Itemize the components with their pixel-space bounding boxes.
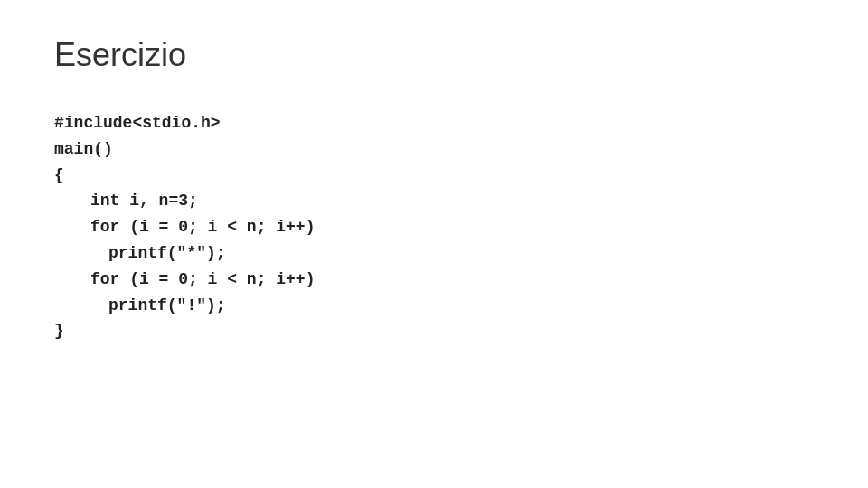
code-line-8: printf("!"); bbox=[54, 293, 814, 319]
code-line-1: #include<stdio.h> bbox=[54, 110, 814, 136]
code-line-9: } bbox=[54, 318, 814, 344]
code-block: #include<stdio.h> main() { int i, n=3; f… bbox=[54, 110, 814, 344]
page-title: Esercizio bbox=[54, 36, 814, 74]
code-line-4: int i, n=3; bbox=[54, 188, 814, 214]
code-line-2: main() bbox=[54, 136, 814, 163]
code-line-6: printf("*"); bbox=[54, 240, 814, 267]
code-line-7: for (i = 0; i < n; i++) bbox=[54, 267, 814, 293]
code-line-5: for (i = 0; i < n; i++) bbox=[54, 214, 814, 240]
code-line-3: { bbox=[54, 163, 814, 189]
page-container: Esercizio #include<stdio.h> main() { int… bbox=[0, 0, 868, 488]
